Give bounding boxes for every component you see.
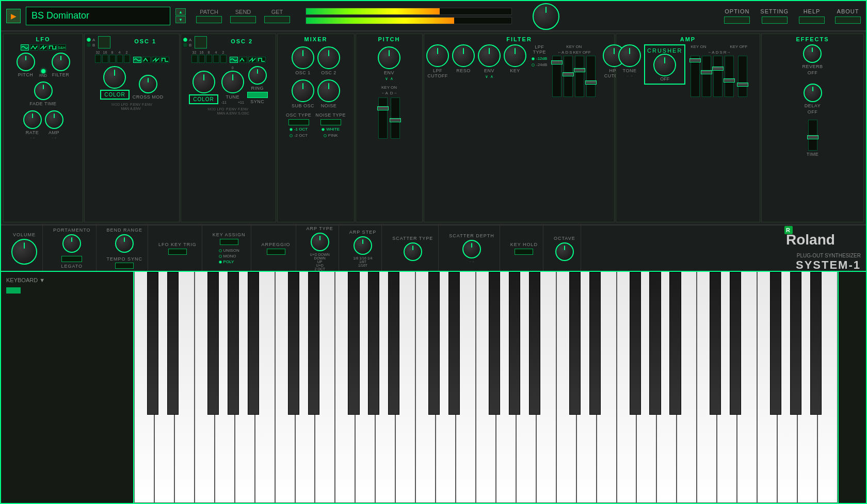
osc2-color-button[interactable]: COLOR	[189, 94, 218, 104]
osc2-wave-saw[interactable]	[248, 57, 256, 63]
effects-time-track[interactable]	[808, 120, 817, 151]
amp-fader-s-thumb[interactable]	[712, 67, 724, 71]
key-f1[interactable]	[195, 272, 215, 503]
patch-up-button[interactable]: ▲	[175, 8, 186, 15]
osc1-range-4[interactable]	[117, 55, 123, 63]
amp-fader-r-track[interactable]	[725, 56, 734, 97]
key-c5[interactable]	[697, 272, 717, 503]
osc1-main-knob[interactable]	[103, 66, 126, 89]
send-button[interactable]	[230, 16, 256, 23]
lfo-wave-tri[interactable]	[30, 44, 38, 51]
mixer-osc-type-button[interactable]	[288, 119, 309, 125]
key-fs1[interactable]	[207, 272, 219, 415]
keyboard-main[interactable]	[134, 272, 838, 503]
osc2-ring-knob[interactable]	[248, 66, 267, 85]
amp-fader-r-thumb[interactable]	[724, 78, 735, 83]
filter-key-knob[interactable]	[504, 44, 526, 67]
osc1-range-32[interactable]	[95, 55, 101, 63]
key-cs2[interactable]	[288, 272, 299, 415]
key-c3[interactable]	[415, 272, 436, 503]
filter-fader-r-track[interactable]	[586, 56, 596, 97]
key-hold-button[interactable]	[515, 249, 533, 255]
amp-fader-d-track[interactable]	[702, 56, 711, 97]
tune-knob[interactable]	[533, 3, 559, 30]
key-cs4[interactable]	[569, 272, 581, 415]
lfo-wave-square[interactable]	[49, 44, 57, 51]
patch-button[interactable]	[196, 16, 222, 23]
lfo-fade-knob[interactable]	[34, 82, 53, 100]
amp-fader-d-thumb[interactable]	[701, 70, 712, 74]
osc2-wave-sine[interactable]	[230, 57, 238, 63]
osc2-tune-knob[interactable]	[221, 71, 244, 93]
filter-fader-d-thumb[interactable]	[563, 72, 574, 76]
effects-time-thumb[interactable]	[807, 135, 818, 139]
mixer-oct-2[interactable]: -2 OCT	[290, 133, 308, 138]
pitch-fader-a-thumb[interactable]	[377, 106, 389, 110]
osc1-wave-saw[interactable]	[152, 57, 160, 63]
mixer-osc1-knob[interactable]	[292, 46, 314, 69]
osc2-range-4[interactable]	[213, 55, 219, 63]
bend-range-knob[interactable]	[115, 234, 134, 253]
help-button[interactable]	[799, 17, 825, 24]
osc1-wave-sine[interactable]	[133, 57, 141, 63]
arpeggio-button[interactable]	[267, 249, 285, 255]
key-c4[interactable]	[556, 272, 576, 503]
key-ds2[interactable]	[308, 272, 319, 415]
filter-reso-knob[interactable]	[452, 44, 475, 67]
filter-fader-a-thumb[interactable]	[551, 60, 563, 64]
key-cs3[interactable]	[428, 272, 440, 415]
osc1-range-2[interactable]	[124, 55, 130, 63]
lfo-filter-knob[interactable]	[52, 53, 70, 71]
key-fs3[interactable]	[489, 272, 500, 415]
key-as5[interactable]	[810, 272, 822, 415]
key-gs2[interactable]	[368, 272, 379, 415]
amp-fader-a-thumb[interactable]	[689, 58, 701, 62]
key-ds1[interactable]	[167, 272, 179, 415]
keyboard-toggle[interactable]	[6, 287, 21, 294]
mixer-sub-osc-knob[interactable]	[292, 79, 314, 102]
lfo-wave-sh[interactable]: S&H	[58, 44, 66, 51]
pitch-fader-a-track[interactable]	[378, 97, 388, 139]
osc1-range-8[interactable]	[109, 55, 116, 63]
osc2-wave-tri[interactable]	[239, 57, 247, 63]
legato-button[interactable]	[61, 256, 82, 262]
key-gs5[interactable]	[790, 272, 801, 415]
mixer-noise-knob[interactable]	[317, 79, 340, 102]
amp-fader-s-track[interactable]	[713, 56, 723, 97]
filter-fader-r-thumb[interactable]	[585, 80, 597, 85]
filter-12db[interactable]: -12dB	[532, 56, 547, 61]
amp-tone-knob[interactable]	[618, 44, 641, 67]
key-gs4[interactable]	[649, 272, 661, 415]
mixer-oct-1[interactable]: -1 OCT	[290, 127, 308, 132]
scatter-depth-knob[interactable]	[462, 240, 481, 258]
portamento-knob[interactable]	[62, 234, 81, 253]
pitch-fader-d-thumb[interactable]	[390, 118, 401, 122]
key-ds3[interactable]	[448, 272, 460, 415]
osc2-range-32[interactable]	[191, 55, 198, 63]
key-assign-button[interactable]	[220, 239, 238, 245]
play-button[interactable]: ▶	[6, 9, 21, 23]
patch-down-button[interactable]: ▼	[175, 16, 186, 23]
lfo-pitch-knob[interactable]	[17, 53, 35, 71]
mixer-osc2-knob[interactable]	[317, 46, 340, 69]
volume-knob[interactable]	[11, 239, 37, 265]
mixer-pink[interactable]: PINK	[324, 133, 338, 138]
key-fs2[interactable]	[348, 272, 359, 415]
scatter-type-knob[interactable]	[404, 242, 422, 261]
tempo-sync-button[interactable]	[115, 263, 134, 269]
osc2-ab-button[interactable]	[195, 36, 207, 48]
osc2-sync-button[interactable]	[247, 92, 268, 98]
key-cs5[interactable]	[710, 272, 721, 415]
lfo-wave-saw[interactable]	[39, 44, 47, 51]
setting-button[interactable]	[762, 17, 788, 24]
filter-env-knob[interactable]	[478, 44, 501, 67]
key-gs1[interactable]	[228, 272, 239, 415]
mixer-white[interactable]: WHITE	[322, 127, 340, 132]
osc2-color-knob[interactable]	[192, 71, 215, 93]
amp-fader-r2-track[interactable]	[738, 56, 747, 97]
osc1-color-button[interactable]: COLOR	[100, 90, 130, 100]
filter-fader-s-thumb[interactable]	[574, 68, 585, 72]
key-fs4[interactable]	[630, 272, 641, 415]
effects-reverb-knob[interactable]	[803, 44, 822, 63]
key-as1[interactable]	[248, 272, 259, 415]
